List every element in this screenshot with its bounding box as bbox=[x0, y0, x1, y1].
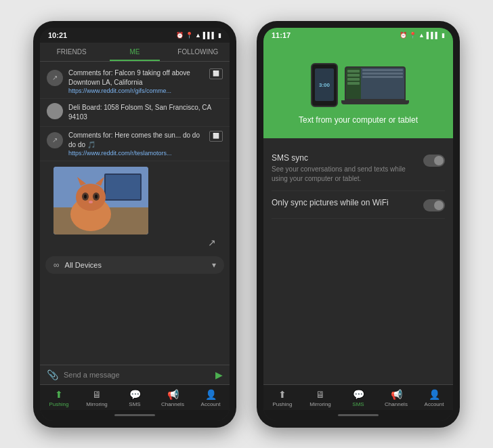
nav-mirroring[interactable]: 🖥 Mirroring bbox=[78, 385, 116, 410]
status-bar-2: 11:17 ⏰ 📍 ▲ ▌▌▌ ▮ bbox=[263, 28, 453, 43]
setting-info-1: SMS sync See your conversations and send… bbox=[272, 153, 416, 184]
tab-me[interactable]: ME bbox=[103, 43, 166, 61]
list-item: ↗ Comments for: Here comes the sun... do… bbox=[40, 127, 230, 161]
status-icons-2: ⏰ 📍 ▲ ▌▌▌ ▮ bbox=[400, 32, 445, 39]
bottom-nav-1: ⬆ Pushing 🖥 Mirroring 💬 SMS 📢 Channels 👤… bbox=[40, 384, 230, 410]
status-time-2: 11:17 bbox=[272, 31, 291, 39]
illus-phone: 3:00 bbox=[311, 63, 338, 107]
device-icon-2: ⬜ bbox=[209, 131, 223, 142]
illus-sidebar bbox=[346, 68, 361, 99]
pushing-icon-2: ⬆ bbox=[278, 389, 286, 400]
sms-icon: 💬 bbox=[129, 389, 141, 400]
devices-illustration: 3:00 bbox=[274, 63, 442, 107]
pushing-label-2: Pushing bbox=[273, 401, 293, 407]
account-icon-2: 👤 bbox=[429, 389, 440, 400]
all-devices-bar[interactable]: ∞ All Devices ▾ bbox=[45, 256, 224, 274]
channels-label: Channels bbox=[161, 401, 184, 407]
phone-2: 11:17 ⏰ 📍 ▲ ▌▌▌ ▮ 3:00 bbox=[257, 21, 460, 428]
sms-label-2: SMS bbox=[352, 401, 364, 407]
tab-following[interactable]: FOLLOWING bbox=[167, 43, 230, 61]
sms-header-title: Text from your computer or tablet bbox=[274, 115, 442, 125]
message-content-3: Comments for: Here comes the sun... do d… bbox=[68, 131, 204, 157]
wifi-icon-2: ▲ bbox=[419, 32, 425, 39]
list-item: ↗ Comments for: Falcon 9 taking off abov… bbox=[40, 64, 230, 99]
account-icon: 👤 bbox=[205, 389, 217, 400]
svg-point-5 bbox=[76, 184, 106, 211]
channels-label-2: Channels bbox=[385, 401, 408, 407]
battery-icon: ▮ bbox=[218, 32, 221, 39]
sidebar-row bbox=[347, 74, 360, 77]
main-row bbox=[362, 69, 403, 71]
message-link-2: https://www.reddit.com/r/teslamotors... bbox=[68, 150, 204, 157]
message-content-1: Comments for: Falcon 9 taking off above … bbox=[68, 68, 204, 94]
illus-time: 3:00 bbox=[319, 82, 330, 88]
location-icon: 📍 bbox=[186, 32, 193, 39]
nav-sms[interactable]: 💬 SMS bbox=[116, 385, 154, 410]
svg-point-10 bbox=[84, 195, 87, 199]
status-time-1: 10:21 bbox=[48, 31, 67, 39]
illus-main bbox=[361, 68, 404, 99]
message-link-1: https://www.reddit.com/r/gifs/comme... bbox=[68, 87, 204, 94]
setting-info-2: Only sync pictures while on WiFi bbox=[272, 198, 416, 209]
sidebar-row bbox=[347, 70, 360, 73]
phone-1: 10:21 ⏰ 📍 ▲ ▌▌▌ ▮ FRIENDS ME FOLLOWING bbox=[33, 21, 236, 428]
message-input[interactable]: Send a message bbox=[64, 371, 210, 379]
messages-list: ↗ Comments for: Falcon 9 taking off abov… bbox=[40, 62, 230, 365]
signal-icon: ▌▌▌ bbox=[203, 32, 216, 39]
sms-header: 3:00 bbox=[263, 43, 453, 138]
nav-mirroring-2[interactable]: 🖥 Mirroring bbox=[301, 385, 339, 410]
setting-title-1: SMS sync bbox=[272, 153, 416, 163]
alarm-icon-2: ⏰ bbox=[400, 32, 407, 39]
avatar-1 bbox=[47, 103, 63, 119]
message-text-3: Comments for: Here comes the sun... do d… bbox=[68, 131, 204, 150]
cat-share-row: ↗ bbox=[47, 237, 223, 251]
mirroring-icon: 🖥 bbox=[92, 389, 102, 400]
home-indicator-1 bbox=[40, 410, 230, 421]
nav-channels-2[interactable]: 📢 Channels bbox=[377, 385, 415, 410]
battery-icon-2: ▮ bbox=[442, 32, 445, 39]
nav-account-2[interactable]: 👤 Account bbox=[415, 385, 453, 410]
message-text-2: Deli Board: 1058 Folsom St, San Francisc… bbox=[68, 103, 223, 122]
device-icon-1: ⬜ bbox=[209, 68, 223, 79]
signal-icon-2: ▌▌▌ bbox=[427, 32, 440, 39]
nav-sms-2[interactable]: 💬 SMS bbox=[339, 385, 377, 410]
share-cat-icon[interactable]: ↗ bbox=[208, 237, 216, 248]
bottom-nav-2: ⬆ Pushing 🖥 Mirroring 💬 SMS 📢 Channels 👤… bbox=[263, 384, 453, 410]
cat-image bbox=[53, 167, 148, 235]
wifi-icon: ▲ bbox=[195, 32, 201, 39]
toggle-knob-2 bbox=[434, 201, 444, 210]
sms-label: SMS bbox=[129, 401, 140, 407]
wifi-sync-toggle[interactable] bbox=[423, 199, 445, 211]
share-icon-1: ↗ bbox=[47, 70, 63, 86]
nav-channels[interactable]: 📢 Channels bbox=[154, 385, 192, 410]
svg-rect-3 bbox=[106, 175, 140, 199]
message-text-1: Comments for: Falcon 9 taking off above … bbox=[68, 68, 204, 87]
tabs-bar: FRIENDS ME FOLLOWING bbox=[40, 43, 230, 62]
account-label-2: Account bbox=[425, 401, 444, 407]
sidebar-row bbox=[347, 82, 360, 85]
sms-settings: SMS sync See your conversations and send… bbox=[263, 138, 453, 270]
illus-laptop-base bbox=[341, 100, 409, 104]
devices-label: All Devices bbox=[65, 261, 207, 269]
sms-sync-toggle[interactable] bbox=[423, 155, 445, 167]
setting-sms-sync: SMS sync See your conversations and send… bbox=[272, 146, 445, 191]
main-row bbox=[362, 73, 403, 75]
mirroring-icon-2: 🖥 bbox=[316, 389, 325, 400]
nav-account[interactable]: 👤 Account bbox=[192, 385, 230, 410]
pushing-label: Pushing bbox=[49, 401, 69, 407]
nav-pushing-2[interactable]: ⬆ Pushing bbox=[263, 385, 301, 410]
alarm-icon: ⏰ bbox=[176, 32, 184, 39]
nav-pushing[interactable]: ⬆ Pushing bbox=[40, 385, 78, 410]
illus-phone-screen: 3:00 bbox=[315, 68, 334, 101]
main-row bbox=[362, 76, 403, 78]
message-input-bar: 📎 Send a message ▶ bbox=[40, 365, 230, 384]
send-icon[interactable]: ▶ bbox=[215, 369, 223, 380]
status-icons-1: ⏰ 📍 ▲ ▌▌▌ ▮ bbox=[176, 32, 221, 39]
tab-friends[interactable]: FRIENDS bbox=[40, 43, 103, 61]
attachment-icon[interactable]: 📎 bbox=[47, 369, 58, 380]
chevron-down-icon: ▾ bbox=[212, 260, 216, 270]
account-label: Account bbox=[201, 401, 221, 407]
svg-point-12 bbox=[89, 201, 93, 203]
home-bar-1 bbox=[114, 414, 155, 416]
toggle-knob-1 bbox=[434, 156, 444, 165]
